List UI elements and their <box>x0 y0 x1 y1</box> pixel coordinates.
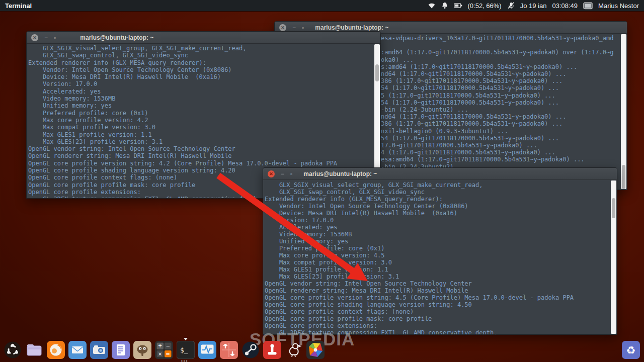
terminal-line: 54 (1:17.0~git170118170000.5b4a531~y~pad… <box>381 84 620 92</box>
terminal-line: Vendor: Intel Open Source Technology Cen… <box>265 203 610 210</box>
mail-icon[interactable] <box>68 341 87 359</box>
window-title: marius@ubuntu-laptop: ~ <box>80 34 153 41</box>
running-app-dots: ••• <box>181 358 188 362</box>
ubuntu-dash-icon[interactable] <box>4 341 22 359</box>
panel-clock[interactable]: 03:08:49 <box>552 2 578 10</box>
calculator-icon[interactable]: +−×= <box>155 341 173 359</box>
terminal-line: esa-vdpau-drivers_1%3a17.0~git1701181700… <box>381 35 620 42</box>
terminal-line: Preferred profile: core (0x1) <box>28 110 373 117</box>
terminal-line: Max core profile version: 4.2 <box>28 117 373 124</box>
microphone-muted-icon[interactable] <box>507 2 515 9</box>
terminal-line: -bin (2.24-3ubuntu2) ... <box>381 106 620 113</box>
terminal-line: Max GLES1 profile version: 1.1 <box>265 266 610 273</box>
scrollbar-thumb[interactable] <box>375 64 379 81</box>
terminal-line: :amd64 (1:17.0~git170118170000.5b4a531~y… <box>381 49 620 56</box>
scrollbar[interactable] <box>611 180 616 334</box>
terminal-line: 5 (1:17.0~git170118170000.5b4a531~y~pado… <box>381 92 620 99</box>
terminal-line: Unified memory: yes <box>265 238 610 245</box>
terminal-line: OpenGL core profile version string: 4.2 … <box>28 160 373 167</box>
steam-icon[interactable] <box>242 341 260 359</box>
panel-date[interactable]: Jo 19 ian <box>520 2 547 10</box>
scrollbar-thumb[interactable] <box>622 165 625 189</box>
terminal-output[interactable]: GLX_SGIX_visual_select_group, GLX_SGI_ma… <box>265 182 610 334</box>
system-monitor-icon[interactable] <box>198 341 216 359</box>
close-icon[interactable]: ✕ <box>268 170 275 177</box>
terminal-line: 4 (1:17.0~git170118170000.5b4a531~y~pado… <box>381 149 620 156</box>
terminal-line: Max core profile version: 4.5 <box>265 252 610 259</box>
terminal-line: Unified memory: yes <box>28 102 373 109</box>
terminal-line: Device: Mesa DRI Intel(R) Haswell Mobile… <box>265 210 610 217</box>
svg-text:×: × <box>158 350 162 357</box>
terminal-line: OpenGL core profile profile mask: core p… <box>265 315 610 322</box>
software-updater-icon[interactable] <box>220 341 238 359</box>
window-title: marius@ubuntu-laptop: ~ <box>303 170 377 177</box>
terminal-line: oka0) ... <box>381 56 620 63</box>
svg-text:$_: $_ <box>180 346 188 354</box>
svg-text:−: − <box>166 342 170 349</box>
session-monitor-icon[interactable] <box>583 2 593 10</box>
terminal-output[interactable]: esa-vdpau-drivers_1%3a17.0~git1701181700… <box>381 35 620 190</box>
terminal-line: GLX_SGIX_visual_select_group, GLX_SGI_ma… <box>28 45 373 52</box>
minimize-icon[interactable]: − <box>44 32 48 44</box>
terminal-line: Video memory: 1536MB <box>28 95 373 102</box>
top-panel: Terminal (0:52, 66%) Jo 19 ian 03:08:49 … <box>0 0 644 12</box>
titlebar[interactable]: ✕ − ▫ marius@ubuntu-laptop: ~ <box>263 168 617 180</box>
red-utility-icon[interactable] <box>263 341 281 359</box>
minimize-icon[interactable]: − <box>281 168 284 180</box>
corebird-icon[interactable] <box>285 341 303 359</box>
gimp-icon[interactable] <box>133 341 151 359</box>
files-icon[interactable] <box>25 341 43 359</box>
notifications-bell-icon[interactable] <box>441 2 448 9</box>
terminal-line: Max GLES[23] profile version: 3.1 <box>28 138 373 145</box>
battery-icon[interactable] <box>454 2 462 9</box>
terminal-line: OpenGL renderer string: Mesa DRI Intel(R… <box>265 287 610 294</box>
firefox-icon[interactable] <box>47 341 65 359</box>
close-icon[interactable]: ✕ <box>279 24 286 31</box>
terminal-line: Max GLES1 profile version: 1.1 <box>28 131 373 138</box>
terminal-line: OpenGL renderer string: Mesa DRI Intel(R… <box>28 152 373 159</box>
terminal-line: esa:amd64 (1:17.0~git170118170000.5b4a53… <box>381 156 620 163</box>
terminal-line: Max compat profile version: 3.0 <box>28 124 373 131</box>
trash-icon[interactable]: ♻ <box>622 341 640 359</box>
terminal-line: OpenGL core profile context flags: (none… <box>265 308 610 315</box>
indicator-area: (0:52, 66%) Jo 19 ian 03:08:49 Marius Ne… <box>428 2 644 10</box>
terminal-line: GLX_SGI_swap_control, GLX_SGI_video_sync <box>265 189 610 196</box>
session-user-name[interactable]: Marius Nestor <box>598 2 639 10</box>
terminal-icon[interactable]: $_ ••• <box>177 341 195 359</box>
terminal-line: Extended renderer info (GLX_MESA_query_r… <box>28 59 373 66</box>
terminal-line: Vendor: Intel Open Source Technology Cen… <box>28 66 373 73</box>
app-menu-title[interactable]: Terminal <box>0 2 32 10</box>
terminal-line: GLX_SGI_swap_control, GLX_SGI_video_sync <box>28 52 373 59</box>
svg-text:=: = <box>166 350 170 357</box>
close-icon[interactable]: ✕ <box>31 34 38 41</box>
maximize-icon[interactable]: ▫ <box>54 32 56 44</box>
dock-panel: +−×= $_ ••• ♻ <box>0 338 644 362</box>
terminal-line: Device: Mesa DRI Intel(R) Haswell Mobile… <box>28 73 373 80</box>
terminal-line: nxil-bellagio0 (0.9.3-3ubuntu1) ... <box>381 128 620 135</box>
terminal-line: OpenGL core profile version string: 4.5 … <box>265 294 610 301</box>
terminal-line: Extended renderer info (GLX_MESA_query_r… <box>265 196 610 203</box>
terminal-window-front[interactable]: ✕ − ▫ marius@ubuntu-laptop: ~ GLX_SGIX_v… <box>263 167 617 335</box>
network-wifi-icon[interactable] <box>428 2 436 9</box>
photos-icon[interactable] <box>306 341 325 359</box>
terminal-line: OpenGL core profile extensions: <box>265 322 610 329</box>
battery-status-text[interactable]: (0:52, 66%) <box>468 2 502 10</box>
terminal-line: OpenGL core profile shading language ver… <box>265 301 610 308</box>
terminal-line: Accelerated: yes <box>265 224 610 231</box>
terminal-line: Version: 17.0.0 <box>265 217 610 224</box>
terminal-line: 386 (1:17.0~git170118170000.5b4a531~y~pa… <box>381 120 620 127</box>
scrollbar[interactable] <box>621 34 626 189</box>
terminal-line: nd64 (1:17.0~git170118170000.5b4a531~y~p… <box>381 70 620 77</box>
terminal-line: 54 (1:17.0~git170118170000.5b4a531~y~pad… <box>381 99 620 106</box>
maximize-icon[interactable]: ▫ <box>290 168 292 180</box>
terminal-line: 17.0~git170118170000.5b4a531~y~padoka0) … <box>381 142 620 149</box>
titlebar[interactable]: ✕ − ▫ marius@ubuntu-laptop: ~ <box>27 32 380 44</box>
terminal-line: 54 (1:17.0~git170118170000.5b4a531~y~pad… <box>381 135 620 142</box>
terminal-line: OpenGL vendor string: Intel Open Source … <box>28 145 373 152</box>
text-editor-icon[interactable] <box>112 341 130 359</box>
camera-icon[interactable] <box>90 341 108 359</box>
terminal-line: s:amd64 (1:17.0~git170118170000.5b4a531~… <box>381 63 620 70</box>
scrollbar-thumb[interactable] <box>612 198 615 218</box>
terminal-line: OpenGL vendor string: Intel Open Source … <box>265 280 610 287</box>
svg-text:+: + <box>158 342 162 349</box>
